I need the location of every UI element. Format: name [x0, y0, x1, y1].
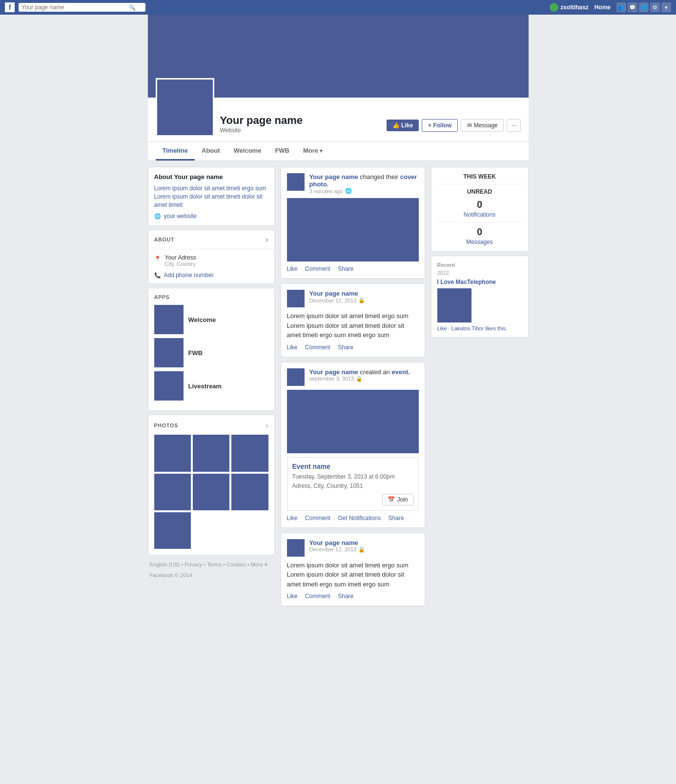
messages-link[interactable]: Messages	[437, 239, 522, 245]
nav-home-link[interactable]: Home	[592, 4, 614, 11]
nav-user[interactable]: zsoltihasz	[550, 3, 588, 12]
post-1-share[interactable]: Share	[338, 265, 353, 272]
location-icon	[154, 255, 161, 262]
tab-welcome[interactable]: Welcome	[227, 142, 268, 161]
post-4-author[interactable]: Your page name	[309, 539, 358, 546]
more-button[interactable]: ···	[507, 119, 520, 132]
recent-label: Recent	[437, 262, 522, 268]
join-button[interactable]: 📅 Join	[382, 494, 413, 505]
search-icon: 🔍	[129, 4, 136, 11]
follow-button[interactable]: + Follow	[422, 119, 458, 132]
friends-icon[interactable]: 👥	[616, 2, 626, 12]
chevron-down-icon[interactable]: ▾	[661, 2, 671, 12]
photos-chevron-icon[interactable]	[266, 421, 268, 430]
message-button[interactable]: ✉ Message	[461, 119, 504, 132]
footer-terms[interactable]: Terms	[207, 562, 222, 567]
post-4-like[interactable]: Like	[287, 593, 298, 600]
event-name[interactable]: Event name	[292, 462, 413, 470]
tab-about[interactable]: About	[195, 142, 227, 161]
photo-6[interactable]	[231, 474, 268, 510]
post-1-author[interactable]: Your page name	[309, 173, 358, 181]
footer-privacy[interactable]: Privacy	[184, 562, 202, 567]
website-link[interactable]: your website	[154, 213, 268, 220]
post-1-avatar	[287, 173, 305, 191]
event-address: Adress, City, Country, 1051	[292, 482, 413, 491]
photo-1[interactable]	[154, 435, 191, 471]
photo-3[interactable]	[231, 435, 268, 471]
app-livestream-thumb	[154, 371, 184, 401]
post-4-header: Your page name December 12, 2013 🔒	[287, 539, 419, 557]
app-livestream[interactable]: Livestream	[154, 371, 268, 401]
post-2-author[interactable]: Your page name	[309, 290, 358, 297]
photo-7[interactable]	[154, 512, 191, 549]
post-3-comment[interactable]: Comment	[305, 515, 330, 522]
about-header[interactable]: ABOUT	[148, 230, 274, 249]
like-button[interactable]: 👍 Like	[387, 120, 419, 131]
messages-icon[interactable]: 💬	[628, 2, 637, 12]
recent-widget: Recent 2012 I Love MacTelephone Like · L…	[431, 256, 529, 338]
photo-2[interactable]	[193, 435, 229, 471]
lock-icon-3: 🔒	[356, 376, 363, 382]
tab-timeline[interactable]: Timeline	[156, 142, 195, 161]
app-welcome-name: Welcome	[188, 316, 216, 323]
post-2-share[interactable]: Share	[338, 344, 353, 351]
globe-icon	[154, 213, 161, 220]
globe-nav-icon[interactable]: 🌐	[639, 2, 649, 12]
photos-header: PHOTOS	[154, 421, 268, 430]
post-4-comment[interactable]: Comment	[305, 593, 330, 600]
add-phone-link[interactable]: Add phone number	[154, 272, 268, 279]
about-body: Your Adress City, Country Add phone numb…	[148, 249, 274, 283]
tab-more[interactable]: More	[296, 142, 329, 161]
event-date: Tuesday, September 3, 2013 at 6:00pm	[292, 472, 413, 482]
post-3-get-notif[interactable]: Get Notifications	[338, 515, 381, 522]
photo-5[interactable]	[193, 474, 229, 510]
plus-icon: +	[428, 122, 431, 129]
notifications-count: 0	[437, 199, 522, 210]
settings-icon[interactable]: ⚙	[650, 2, 660, 12]
about-label: ABOUT	[154, 237, 175, 242]
post-4-meta: Your page name December 12, 2013 🔒	[309, 539, 419, 553]
app-welcome[interactable]: Welcome	[154, 305, 268, 334]
post-1-image	[287, 198, 419, 261]
search-bar[interactable]: 🔍	[19, 3, 145, 12]
photos-grid	[154, 435, 268, 549]
post-1-action: changed their	[360, 173, 400, 181]
recent-page-name[interactable]: I Love MacTelephone	[437, 279, 522, 285]
recent-page-thumb[interactable]	[437, 288, 471, 322]
widget-divider	[437, 222, 522, 222]
search-input[interactable]	[21, 4, 129, 11]
post-3-event-link[interactable]: event.	[391, 368, 410, 376]
post-2-like[interactable]: Like	[287, 344, 298, 351]
photo-4[interactable]	[154, 474, 191, 510]
post-1-time: 3 minutes ago 🌐	[309, 188, 419, 194]
tab-fwb[interactable]: FWB	[268, 142, 296, 161]
notifications-widget: THIS WEEK UNREAD 0 Notifications 0 Messa…	[431, 167, 529, 252]
post-3-share[interactable]: Share	[389, 515, 404, 522]
footer-more[interactable]: More	[251, 562, 263, 567]
post-2-comment[interactable]: Comment	[305, 344, 330, 351]
post-4-text: Lorem ipsum dolor sit amet timeti ergo s…	[287, 561, 419, 589]
app-fwb-name: FWB	[188, 349, 203, 357]
notifications-link[interactable]: Notifications	[437, 211, 522, 218]
footer-cookies[interactable]: Cookies	[226, 562, 246, 567]
about-card: About Your page name Lorem ipsum dolor s…	[148, 167, 275, 226]
post-3-header: Your page name created an event. septemb…	[287, 368, 419, 386]
this-week-label: THIS WEEK	[437, 173, 522, 184]
app-fwb[interactable]: FWB	[154, 338, 268, 367]
tabs-bar: Timeline About Welcome FWB More	[148, 142, 529, 161]
post-3: Your page name created an event. septemb…	[281, 362, 425, 528]
post-2-header: Your page name December 12, 2013 🔒	[287, 290, 419, 307]
page-website: Website	[220, 127, 381, 134]
post-1-comment[interactable]: Comment	[305, 265, 330, 272]
recent-year: 2012	[437, 270, 522, 276]
event-box: Event name Tuesday, September 3, 2013 at…	[287, 457, 419, 511]
address-item: Your Adress City, Country	[154, 254, 268, 267]
post-3-author[interactable]: Your page name	[309, 368, 358, 376]
post-4-share[interactable]: Share	[338, 593, 353, 600]
post-3-like[interactable]: Like	[287, 515, 298, 522]
footer-english[interactable]: English (US)	[150, 562, 180, 567]
post-1-like[interactable]: Like	[287, 265, 298, 272]
post-3-meta: Your page name created an event. septemb…	[309, 368, 419, 382]
right-panel: THIS WEEK UNREAD 0 Notifications 0 Messa…	[431, 167, 529, 606]
apps-section: APPS Welcome FWB Livestream	[148, 288, 275, 411]
